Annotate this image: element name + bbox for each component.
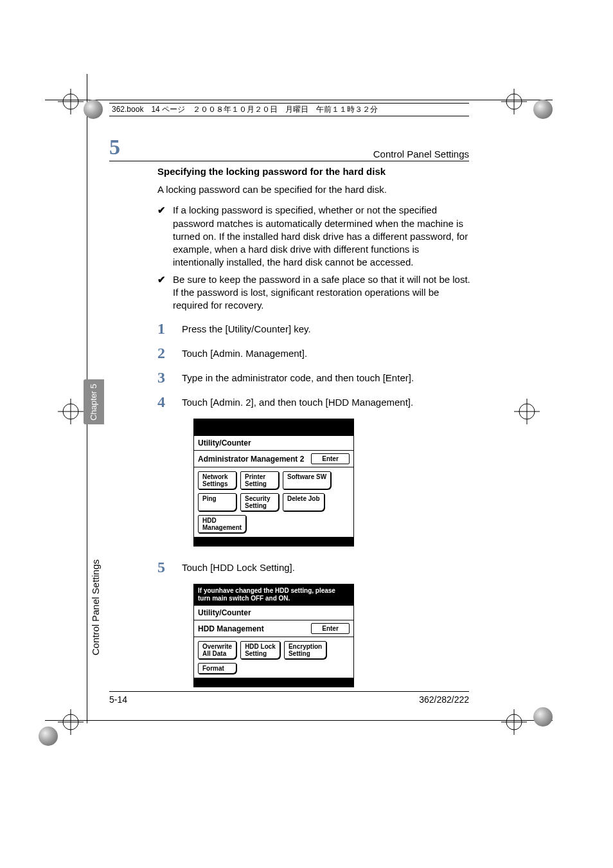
corner-ball-tr bbox=[533, 100, 553, 119]
corner-ball-br bbox=[533, 707, 553, 727]
printer-setting-button[interactable]: Printer Setting bbox=[240, 471, 279, 489]
network-settings-button[interactable]: Network Settings bbox=[198, 471, 236, 489]
panel-title: Utility/Counter bbox=[194, 436, 353, 450]
panel-subtitle-row: HDD Management Enter bbox=[194, 620, 353, 637]
panel-body: Overwrite All Data HDD Lock Setting Encr… bbox=[194, 637, 353, 678]
chapter-number: 5 bbox=[109, 135, 120, 159]
section-heading: Specifying the locking password for the … bbox=[157, 166, 472, 177]
book-header: 362.book 14 ページ ２００８年１０月２０日 月曜日 午前１１時３２分 bbox=[109, 103, 469, 116]
page-footer: 5-14 362/282/222 bbox=[109, 691, 469, 705]
step-number: 4 bbox=[157, 394, 170, 410]
intro-paragraph: A locking password can be specified for … bbox=[157, 183, 472, 196]
corner-ball-bl bbox=[39, 727, 58, 746]
step-text: Touch [Admin. 2], and then touch [HDD Ma… bbox=[182, 394, 472, 408]
step-number: 1 bbox=[157, 321, 170, 336]
reg-mark-mid-left bbox=[58, 399, 84, 424]
step-item: 4 Touch [Admin. 2], and then touch [HDD … bbox=[157, 394, 472, 410]
step-text: Type in the administrator code, and then… bbox=[182, 370, 472, 383]
side-tab-label: Chapter 5 bbox=[89, 383, 99, 420]
panel-bottombar bbox=[194, 537, 353, 546]
chapter-header: 5 Control Panel Settings bbox=[109, 135, 469, 161]
reg-mark-top-right bbox=[501, 89, 527, 114]
chapter-title: Control Panel Settings bbox=[373, 149, 469, 159]
step-text: Touch [HDD Lock Setting]. bbox=[182, 559, 472, 573]
panel-subtitle: HDD Management bbox=[198, 624, 264, 633]
panel-admin-mgmt-2: Utility/Counter Administrator Management… bbox=[193, 419, 354, 547]
side-label: Control Panel Settings bbox=[90, 559, 101, 655]
checkmark-list: If a locking password is specified, whet… bbox=[157, 204, 472, 312]
step-item: . If younhave changed the HDD setting, p… bbox=[157, 584, 472, 687]
panel-title: Utility/Counter bbox=[194, 605, 353, 620]
crop-line-bottom bbox=[45, 720, 553, 721]
step-item: 5 Touch [HDD Lock Setting]. bbox=[157, 559, 472, 575]
crop-line-top bbox=[45, 100, 553, 100]
overwrite-all-data-button[interactable]: Overwrite All Data bbox=[198, 641, 236, 659]
panel-subtitle: Administrator Management 2 bbox=[198, 455, 304, 464]
step-text: Touch [Admin. Management]. bbox=[182, 345, 472, 359]
step-text: Press the [Utility/Counter] key. bbox=[182, 321, 472, 334]
model-number: 362/282/222 bbox=[419, 694, 469, 705]
step-item: 3 Type in the administrator code, and th… bbox=[157, 370, 472, 385]
panel-bottombar bbox=[194, 678, 353, 687]
format-button[interactable]: Format bbox=[198, 663, 236, 674]
panel-blackbar bbox=[194, 419, 353, 436]
check-item: Be sure to keep the password in a safe p… bbox=[157, 273, 472, 312]
corner-ball-tl bbox=[84, 100, 103, 119]
security-setting-button[interactable]: Security Setting bbox=[240, 493, 279, 511]
panel-subtitle-row: Administrator Management 2 Enter bbox=[194, 450, 353, 467]
book-header-text: 362.book 14 ページ ２００８年１０月２０日 月曜日 午前１１時３２分 bbox=[112, 105, 378, 114]
content-area: Specifying the locking password for the … bbox=[157, 166, 472, 696]
step-item: 1 Press the [Utility/Counter] key. bbox=[157, 321, 472, 336]
reg-mark-top-left bbox=[58, 89, 84, 114]
panel-instruction: If younhave changed the HDD setting, ple… bbox=[194, 584, 353, 605]
step-item: . Utility/Counter Administrator Manageme… bbox=[157, 419, 472, 547]
side-tab: Chapter 5 bbox=[84, 379, 104, 424]
delete-job-button[interactable]: Delete Job bbox=[283, 493, 324, 511]
panel-body: Network Settings Printer Setting Softwar… bbox=[194, 467, 353, 537]
step-list: 1 Press the [Utility/Counter] key. 2 Tou… bbox=[157, 321, 472, 687]
enter-button[interactable]: Enter bbox=[311, 623, 350, 634]
step-item: 2 Touch [Admin. Management]. bbox=[157, 345, 472, 361]
encryption-setting-button[interactable]: Encryption Setting bbox=[284, 641, 326, 659]
software-sw-button[interactable]: Software SW bbox=[283, 471, 331, 489]
step-number: 5 bbox=[157, 559, 170, 575]
enter-button[interactable]: Enter bbox=[311, 453, 350, 464]
reg-mark-mid-right bbox=[514, 399, 540, 424]
step-number: 3 bbox=[157, 370, 170, 385]
panel-hdd-mgmt: If younhave changed the HDD setting, ple… bbox=[193, 584, 354, 687]
step-number: 2 bbox=[157, 345, 170, 361]
reg-mark-bottom-left bbox=[58, 709, 84, 735]
reg-mark-bottom-right bbox=[501, 709, 527, 735]
hdd-lock-setting-button[interactable]: HDD Lock Setting bbox=[240, 641, 280, 659]
hdd-management-button[interactable]: HDD Management bbox=[198, 515, 246, 533]
check-item: If a locking password is specified, whet… bbox=[157, 204, 472, 269]
page-number: 5-14 bbox=[109, 694, 127, 705]
ping-button[interactable]: Ping bbox=[198, 493, 236, 511]
